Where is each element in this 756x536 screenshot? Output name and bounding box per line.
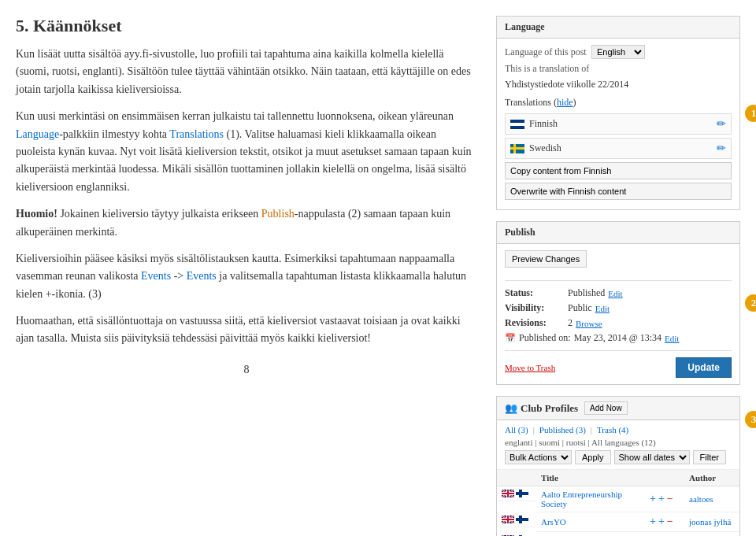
- paragraph-3: Huomio! Jokainen kieliversio täytyy julk…: [16, 205, 477, 241]
- paragraph-5: Huomaathan, että sisällöntuottaja on vas…: [16, 312, 477, 348]
- badge-3: 3: [745, 411, 756, 428]
- visibility-label: Visibility:: [505, 302, 568, 314]
- filter-all[interactable]: All (3): [505, 425, 528, 434]
- edit-date-link[interactable]: Edit: [665, 334, 679, 343]
- browse-link[interactable]: Browse: [576, 319, 602, 328]
- language-widget-wrapper: Language Language of this post English F…: [496, 16, 740, 210]
- club-table: Title Author Aalto Entrepreneurship Soci…: [497, 470, 739, 536]
- col-title: Title: [536, 470, 645, 486]
- flags-cell: [497, 532, 536, 537]
- revisions-value: 2: [568, 317, 573, 329]
- author-link[interactable]: joonas jylhä: [689, 517, 731, 527]
- add-translation-plus2[interactable]: +: [658, 516, 665, 528]
- edit-visibility-link[interactable]: Edit: [595, 304, 610, 313]
- overwrite-content-btn[interactable]: Overwrite with Finnish content: [505, 183, 732, 200]
- badge-2: 2: [745, 294, 756, 312]
- club-profiles-wrapper: 👥 Club Profiles Add Now All (3) | Publis…: [496, 396, 740, 536]
- svg-rect-23: [519, 516, 522, 523]
- badge-2-container: 2: [745, 294, 756, 312]
- author-link[interactable]: aaltoes: [689, 494, 713, 504]
- apply-btn[interactable]: Apply: [575, 450, 611, 464]
- update-btn[interactable]: Update: [676, 357, 732, 378]
- author-cell: joonas jylhä: [684, 532, 739, 537]
- add-translation-plus[interactable]: +: [650, 493, 656, 505]
- calendar-icon: 📅: [505, 333, 516, 343]
- flags-cell: [497, 486, 536, 501]
- club-title-link[interactable]: Aalto Entrepreneurship Society: [541, 490, 622, 508]
- author-cell: joonas jylhä: [684, 512, 739, 532]
- flag-fi: [516, 490, 528, 497]
- filter-trash[interactable]: Trash (4): [597, 425, 628, 434]
- huomio-label: Huomio!: [16, 208, 57, 220]
- preview-changes-btn[interactable]: Preview Changes: [505, 250, 587, 268]
- copy-content-btn[interactable]: Copy content from Finnish: [505, 162, 732, 179]
- bulk-actions-select[interactable]: Bulk Actions: [505, 450, 572, 464]
- hide-link[interactable]: hide: [557, 97, 573, 108]
- publish-actions: Move to Trash Update: [505, 357, 732, 378]
- revisions-label: Revisions:: [505, 317, 568, 329]
- move-to-trash-link[interactable]: Move to Trash: [505, 363, 555, 372]
- bulk-row: Bulk Actions Apply Show all dates Filter: [505, 450, 732, 464]
- visibility-value: Public: [568, 302, 592, 314]
- translation-item-sv: Swedish ✏: [505, 138, 732, 159]
- flag-sv: [510, 144, 524, 153]
- filter-published[interactable]: Published (3): [539, 425, 586, 434]
- page-container: 5. Käännökset Kun lisäät uutta sisältöä …: [16, 16, 740, 536]
- language-of-post-row: Language of this post English Finnish Sw…: [505, 45, 732, 59]
- club-profiles-section: 👥 Club Profiles Add Now All (3) | Publis…: [496, 396, 740, 536]
- date-select[interactable]: Show all dates: [614, 450, 690, 464]
- publish-widget-header: Publish: [497, 222, 739, 244]
- page-number: 8: [16, 364, 477, 376]
- translation-of-value: Yhdistystiedote viikolle 22/2014: [505, 79, 732, 91]
- club-icon: 👥: [505, 402, 517, 415]
- language-select[interactable]: English Finnish Swedish: [591, 45, 645, 59]
- language-widget: Language Language of this post English F…: [496, 16, 740, 210]
- visibility-row: Visibility: Public Edit: [505, 302, 732, 314]
- flag-uk: [502, 490, 514, 497]
- table-row: ArsYO++−joonas jylhä: [497, 512, 739, 532]
- table-row: Aalto Entrepreneurship Society++−aaltoes: [497, 486, 739, 512]
- language-link: Language: [16, 128, 59, 140]
- club-table-body: Aalto Entrepreneurship Society++−aaltoes…: [497, 486, 739, 537]
- club-table-header-row: Title Author: [497, 470, 739, 486]
- edit-icon-fi[interactable]: ✏: [717, 117, 726, 131]
- table-row: Graafisten ainejärjestö GRRR ry++−joonas…: [497, 532, 739, 537]
- club-table-head: Title Author: [497, 470, 739, 486]
- publish-widget-wrapper: Publish Preview Changes Status: Publishe…: [496, 221, 740, 385]
- events-link-1: Events: [141, 270, 171, 282]
- svg-rect-8: [502, 493, 514, 494]
- right-column: Language Language of this post English F…: [496, 16, 740, 536]
- language-widget-body: Language of this post English Finnish Sw…: [497, 39, 739, 209]
- remove-translation-minus[interactable]: −: [667, 493, 673, 505]
- club-title-link[interactable]: ArsYO: [541, 517, 566, 527]
- publish-link: Publish: [261, 208, 295, 220]
- translation-name-sv: Swedish: [529, 142, 712, 154]
- author-cell: aaltoes: [684, 486, 739, 512]
- filter-btn[interactable]: Filter: [693, 450, 726, 464]
- club-filters: All (3) | Published (3) | Trash (4) engl…: [497, 420, 739, 470]
- club-action-icons: ++−: [650, 516, 680, 528]
- left-column: 5. Käännökset Kun lisäät uutta sisältöä …: [16, 16, 477, 536]
- badge-1-container: 1: [745, 105, 756, 122]
- club-action-icons: ++−: [650, 493, 680, 505]
- badge-1: 1: [745, 105, 756, 122]
- add-translation-plus2[interactable]: +: [658, 493, 665, 505]
- flag-fi: [510, 120, 524, 129]
- add-now-btn[interactable]: Add Now: [584, 401, 628, 415]
- divider-2: [505, 350, 732, 351]
- published-row: 📅 Published on: May 23, 2014 @ 13:34 Edi…: [505, 332, 732, 344]
- paragraph-1: Kun lisäät uutta sisältöä ayy.fi-sivusto…: [16, 46, 477, 98]
- status-row: Status: Published Edit: [505, 287, 732, 299]
- remove-translation-minus[interactable]: −: [667, 516, 673, 528]
- translation-name-fi: Finnish: [529, 118, 712, 130]
- edit-status-link[interactable]: Edit: [608, 289, 622, 298]
- add-translation-plus[interactable]: +: [650, 516, 656, 528]
- page-title: 5. Käännökset: [16, 16, 477, 36]
- translations-link: Translations: [169, 128, 224, 140]
- events-link-2: Events: [187, 270, 217, 282]
- svg-rect-11: [519, 490, 522, 497]
- edit-icon-sv[interactable]: ✏: [717, 142, 726, 155]
- col-author: Author: [684, 470, 739, 486]
- language-widget-title: Language: [505, 21, 545, 32]
- actions-cell: ++−: [645, 532, 684, 537]
